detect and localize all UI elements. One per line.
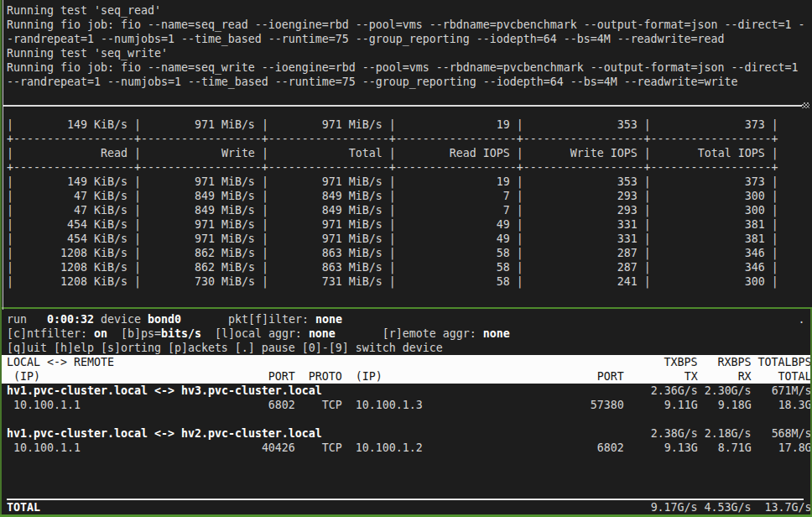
left-frame-line [3,0,3,310]
table-pipe: | [772,218,778,231]
table-pipe: | [772,275,778,288]
table-cell: 47 KiB/s [74,190,128,202]
terminal-text: TOTALBPS [758,356,812,368]
table-cell: 849 MiB/s [195,190,255,202]
terminal-text: 9.17G/s [651,501,698,514]
table-cell: 49 [497,218,510,231]
table-cell: 730 MiB/s [195,275,255,288]
terminal-text: on [94,327,107,340]
header-row: (IP) PORT PROTO (IP) PORT TX RX TOTAL [0,369,812,384]
table-pipe: | [517,190,523,202]
table-cell: 300 [745,190,765,202]
table-pipe: | [517,218,523,231]
table-pipe: | [517,118,523,131]
terminal-text: [l]ocal aggr: [215,327,302,340]
table-pipe: | [134,175,141,188]
pane-separator [3,105,804,107]
connection-detail-row: 10.100.1.1 6802 TCP 10.100.1.3 57380 9.1… [0,398,812,412]
terminal-text: [b]ps= [121,327,161,340]
table-cell: 241 [617,275,638,288]
table-cell: 58 [497,247,510,259]
terminal-text: TX [684,370,698,383]
table-cell: 849 MiB/s [195,204,255,217]
table-cell: 19 [497,118,510,131]
fio-log-text: Running test 'seq_read' [7,4,161,17]
table-cell: 1208 KiB/s [60,247,128,259]
key-help: [q]uit [h]elp [s]orting [p]ackets [.] pa… [7,342,443,354]
remote-ip: 10.100.1.3 [356,399,423,411]
table-pipe: | [772,190,778,202]
fio-log-pane[interactable]: +------------------+------------------+-… [0,0,812,89]
table-pipe: | [644,204,651,217]
table-pipe: | [517,175,523,188]
fio-log-line: --randrepeat=1 --numjobs=1 --time_based … [0,75,812,89]
connection-pair-row: hv1.pvc-cluster.local <-> hv2.pvc-cluste… [0,426,812,441]
table-cell: 381 [745,218,765,231]
table-pipe: | [262,218,268,231]
activity-indicator: . [799,313,805,326]
terminal-text: 568M/s [772,427,812,440]
blank-line [0,412,812,426]
table-pipe: | [7,247,13,259]
table-pipe: | [644,218,651,231]
local-port: 6802 [268,399,295,411]
table-pipe: | [644,147,651,159]
terminal-text: 4.53G/s [705,501,752,514]
terminal-text: PORT [268,370,295,383]
table-pipe: | [517,204,523,217]
terminal-text: none [309,327,336,340]
header-row: LOCAL <-> REMOTE TXBPS RXBPS TOTALBPS [0,355,812,369]
connection-detail-row: 10.100.1.1 40426 TCP 10.100.1.2 6802 9.1… [0,441,812,455]
table-pipe: | [262,275,268,288]
terminal-text: (IP) [356,370,383,383]
table-pipe: | [262,232,268,245]
table-cell: 1208 KiB/s [60,275,128,288]
table-cell: 971 MiB/s [322,232,383,245]
table-pipe: | [7,147,13,159]
table-pipe: | [7,118,13,131]
local-ip: 10.100.1.1 [13,441,81,454]
terminal-text: 671M/s [772,384,812,397]
local-hostname: hv1.pvc-cluster.local [7,427,148,440]
table-pipe: | [389,175,396,188]
table-cell: 381 [745,232,765,245]
table-cell: 849 MiB/s [322,204,383,217]
table-pipe: | [262,261,268,274]
device-name: bond0 [148,313,181,326]
table-pipe: | [262,247,268,259]
total-label: TOTAL [7,501,40,514]
table-pipe: | [389,118,396,131]
table-pipe: | [7,261,13,274]
table-row: | 1208 KiB/s | 862 MiB/s | 863 MiB/s | 5… [0,246,812,260]
fio-log-line: Running fio job: fio --name=seq_write --… [0,60,812,75]
table-pipe: | [262,118,268,131]
terminal-text: device [101,313,141,326]
benchmark-table-pane[interactable]: | 149 KiB/s | 971 MiB/s | 971 MiB/s | 19… [0,118,812,289]
arrow: <-> [154,427,174,440]
table-cell: 1208 KiB/s [60,261,128,274]
table-pipe: | [7,204,13,217]
table-pipe: | [262,190,268,202]
table-pipe: | [772,247,778,259]
terminal-text: 9.18G [718,399,752,411]
local-ip: 10.100.1.1 [13,399,81,411]
trafshow-pane[interactable]: run 0:00:32 device bond0 pkt[f]ilter: no… [0,309,812,517]
connection-pair-row: hv1.pvc-cluster.local <-> hv3.pvc-cluste… [0,384,812,398]
table-pipe: | [389,218,396,231]
terminal-text: PORT [597,370,624,383]
fio-log-text: -randrepeat=1 --numjobs=1 --time_based -… [7,33,725,45]
table-pipe: | [262,204,268,217]
terminal-screen: { "colors": { "background": "#1d1d1d", "… [0,0,812,517]
table-pipe: | [517,275,523,288]
fio-log-text: --randrepeat=1 --numjobs=1 --time_based … [7,76,738,88]
table-cell: 971 MiB/s [322,118,383,131]
table-pipe: | [262,147,268,159]
terminal-text: 17.8G [778,441,812,454]
table-separator: +------------------+------------------+-… [7,0,778,3]
table-pipe: | [134,275,141,288]
table-pipe: | [644,190,651,202]
table-pipe: | [134,147,141,159]
arrow: <-> [154,384,174,397]
terminal-text: [r]emote aggr: [383,327,476,340]
table-cell: 971 MiB/s [195,175,255,188]
